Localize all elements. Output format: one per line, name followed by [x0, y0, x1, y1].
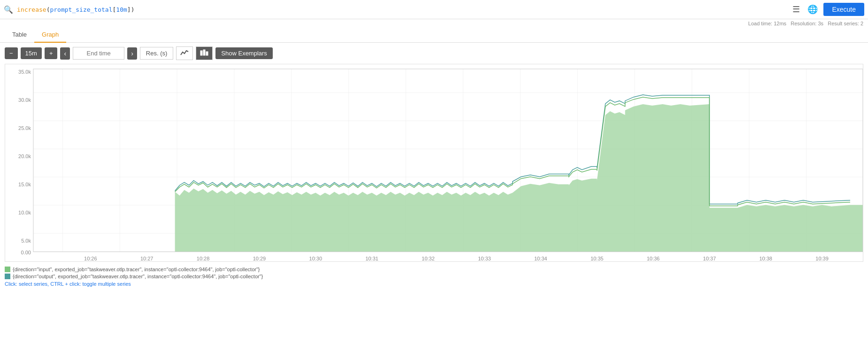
legend-item-output[interactable]: {direction="output", exported_job="taskw… — [5, 274, 863, 279]
metrics-explorer-icon[interactable]: ☰ — [791, 3, 802, 15]
resolution-button[interactable]: Res. (s) — [140, 47, 174, 60]
svg-text:10:36: 10:36 — [647, 256, 660, 261]
tab-graph[interactable]: Graph — [34, 27, 66, 43]
end-time-input[interactable] — [73, 47, 124, 60]
svg-text:25.0k: 25.0k — [18, 125, 31, 131]
svg-text:35.0k: 35.0k — [18, 69, 31, 75]
decrease-duration-button[interactable]: − — [5, 47, 18, 59]
show-exemplars-button[interactable]: Show Exemplars — [215, 47, 273, 59]
svg-text:10:34: 10:34 — [534, 256, 547, 261]
bar-chart-button[interactable] — [196, 46, 213, 60]
tabs: Table Graph — [0, 27, 868, 43]
search-icon: 🔍 — [4, 5, 13, 14]
line-chart-button[interactable] — [176, 46, 193, 60]
svg-text:10:29: 10:29 — [253, 256, 266, 261]
svg-text:10:30: 10:30 — [309, 256, 322, 261]
legend-color-output — [5, 274, 10, 279]
chart-svg: 35.0k 30.0k 25.0k 20.0k 15.0k 10.0k 5.0k… — [5, 64, 863, 261]
legend-label-input: {direction="input", exported_job="taskwe… — [13, 267, 260, 272]
chart-container: 35.0k 30.0k 25.0k 20.0k 15.0k 10.0k 5.0k… — [5, 64, 863, 262]
svg-text:10:27: 10:27 — [140, 256, 153, 261]
resolution: Resolution: 3s — [791, 21, 823, 26]
next-time-button[interactable]: › — [127, 47, 137, 60]
legend-color-input — [5, 267, 10, 272]
search-bar: 🔍 increase(prompt_size_total[10m]) ☰ 🌐 E… — [0, 0, 868, 19]
history-icon[interactable]: 🌐 — [806, 3, 820, 15]
execute-button[interactable]: Execute — [823, 3, 864, 16]
legend-label-output: {direction="output", exported_job="taskw… — [13, 274, 263, 279]
legend: {direction="input", exported_job="taskwe… — [0, 262, 868, 289]
increase-duration-button[interactable]: + — [45, 47, 58, 59]
legend-hint: Click: select series, CTRL + click: togg… — [5, 281, 863, 287]
svg-text:10:26: 10:26 — [84, 256, 97, 261]
svg-text:10:37: 10:37 — [703, 256, 716, 261]
svg-text:5.0k: 5.0k — [21, 238, 31, 244]
svg-text:10:39: 10:39 — [815, 256, 828, 261]
svg-text:15.0k: 15.0k — [18, 182, 31, 187]
query-param: prompt_size_total — [50, 6, 112, 13]
svg-rect-1 — [203, 50, 205, 55]
query-input[interactable]: increase(prompt_size_total[10m]) — [17, 6, 787, 13]
svg-text:10:28: 10:28 — [197, 256, 209, 261]
query-keyword: increase — [17, 6, 46, 13]
svg-text:30.0k: 30.0k — [18, 97, 31, 103]
svg-text:0.00: 0.00 — [21, 250, 31, 255]
svg-text:10.0k: 10.0k — [18, 210, 31, 215]
svg-text:10:38: 10:38 — [759, 256, 772, 261]
svg-text:10:33: 10:33 — [478, 256, 491, 261]
load-time: Load time: 12ms — [748, 21, 786, 26]
controls-bar: − 15m + ‹ › Res. (s) Show Exemplars — [0, 43, 868, 64]
legend-item-input[interactable]: {direction="input", exported_job="taskwe… — [5, 267, 863, 272]
meta-info: Load time: 12ms Resolution: 3s Result se… — [0, 19, 868, 27]
duration-button[interactable]: 15m — [21, 47, 42, 59]
prev-time-button[interactable]: ‹ — [60, 47, 70, 60]
svg-text:20.0k: 20.0k — [18, 153, 31, 159]
svg-text:10:31: 10:31 — [365, 256, 378, 261]
svg-rect-0 — [200, 51, 202, 55]
toolbar-icons: ☰ 🌐 — [791, 3, 820, 15]
tab-table[interactable]: Table — [5, 27, 34, 43]
svg-rect-2 — [206, 52, 208, 55]
result-series: Result series: 2 — [828, 21, 863, 26]
svg-text:10:32: 10:32 — [422, 256, 434, 261]
svg-text:10:35: 10:35 — [591, 256, 603, 261]
